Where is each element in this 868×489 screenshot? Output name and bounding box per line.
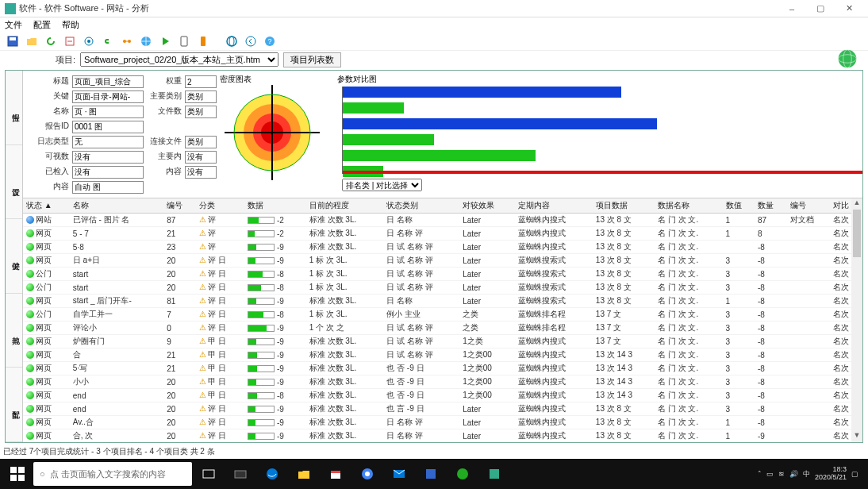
table-row[interactable]: 网页 炉圈有门 9 ⚠ 甲 日 -9 标准 次数 3L.日 试 名称 评1之类蓝… [23, 335, 862, 348]
vtab-config[interactable]: 配置 [6, 368, 22, 442]
svg-point-4 [87, 40, 90, 43]
scroll-thumb[interactable] [853, 210, 861, 257]
col-7[interactable]: 对较效果 [459, 198, 514, 214]
scroll-down-arrow[interactable]: ▼ [851, 431, 862, 442]
back-icon[interactable] [243, 33, 259, 49]
col-9[interactable]: 项目数据 [593, 198, 655, 214]
target-icon[interactable] [81, 33, 97, 49]
save-icon[interactable] [5, 33, 21, 49]
col-12[interactable]: 数量 [755, 198, 786, 214]
explorer-icon[interactable] [289, 462, 319, 486]
col-10[interactable]: 数据名称 [655, 198, 722, 214]
form-input-4a[interactable] [72, 136, 144, 148]
col-3[interactable]: 分类 [196, 198, 245, 214]
folder-dark-icon[interactable] [225, 462, 255, 486]
app3-icon[interactable] [479, 462, 509, 486]
form-input-2a[interactable] [72, 106, 144, 118]
taskbar-clock[interactable]: 18:3 2020/5/21 [815, 466, 847, 482]
store-icon[interactable] [321, 462, 351, 486]
col-2[interactable]: 编号 [163, 198, 195, 214]
task-view-icon[interactable] [194, 462, 224, 486]
svg-rect-26 [10, 467, 17, 473]
menu-file[interactable]: 文件 [5, 19, 22, 31]
col-6[interactable]: 状态类别 [383, 198, 459, 214]
col-0[interactable]: 状态 ▲ [23, 198, 70, 214]
start-button[interactable] [3, 462, 32, 486]
table-row[interactable]: 网页 5·写 21 ⚠ 甲 日 -9 标准 次数 3L.也 否 -9 日1之类0… [23, 362, 862, 375]
bar-selector[interactable]: 排名类 | 对比选择 [342, 179, 422, 191]
table-row[interactable]: 网页 日 a+日 20 ⚠ 评 日 -9 1 标 次 3L.日 试 名称 评La… [23, 254, 862, 268]
form-input-6a[interactable] [72, 166, 144, 179]
table-row[interactable]: 网页 合 21 ⚠ 甲 日 -9 标准 次数 3L.日 试 名称 评1之类00蓝… [23, 348, 862, 362]
edge-icon[interactable] [257, 462, 287, 486]
table-row[interactable]: 网页 end 20 ⚠ 评 日 -9 标准 次数 3L.也 言 -9 日Late… [23, 402, 862, 416]
table-row[interactable]: 网页 5 - 7 21 ⚠ 评 -2 标准 次数 3L.日 名称 评Later蓝… [23, 227, 862, 241]
connect-icon[interactable] [119, 33, 135, 49]
form-input-2b[interactable] [185, 106, 217, 118]
menu-config[interactable]: 配置 [33, 19, 51, 31]
vtab-other[interactable]: 其他 [6, 294, 22, 368]
notifications-icon[interactable]: ▢ [851, 470, 858, 478]
export-icon[interactable] [62, 33, 78, 49]
vtab-report[interactable]: 报告 [6, 71, 22, 145]
vtab-settings[interactable]: 设置 [6, 145, 22, 220]
table-row[interactable]: 网页 合, 次 20 ⚠ 评 日 -9 标准 次数 3L.日 名称 评Later… [23, 429, 862, 443]
col-4[interactable]: 数据 [244, 198, 306, 214]
table-scrollbar[interactable]: ▲ ▼ [851, 198, 862, 442]
table-row[interactable]: 公门 自学工并一 7 ⚠ 评 日 -8 1 标 次 3L.例小 主业之类蓝蜘蛛排… [23, 308, 862, 322]
menu-help[interactable]: 帮助 [62, 19, 79, 31]
table-row[interactable]: 网页 Av..合 20 ⚠ 评 日 -9 标准 次数 3L.日 名称 评Late… [23, 416, 862, 429]
globe-icon[interactable] [224, 33, 240, 49]
form-input-4b[interactable] [185, 136, 217, 148]
form-input-5a[interactable] [72, 151, 144, 164]
col-11[interactable]: 数值 [723, 198, 755, 214]
play-icon[interactable] [157, 33, 173, 49]
link-icon[interactable] [100, 33, 116, 49]
mini-bar [248, 284, 275, 291]
minimize-button[interactable]: – [778, 2, 806, 16]
device-icon[interactable] [176, 33, 192, 49]
table-row[interactable]: 公门 start 20 ⚠ 评 日 -8 1 标 次 3L.日 试 名称 评La… [23, 281, 862, 295]
phone-icon[interactable] [195, 33, 211, 49]
tray-ime-icon[interactable]: 中 [803, 469, 810, 479]
form-input-5b[interactable] [185, 151, 217, 164]
tray-net-icon[interactable]: ≋ [778, 470, 785, 478]
form-input-0a[interactable] [72, 75, 144, 88]
table-row[interactable]: 网页 评论小 0 ⚠ 评 日 -9 1 个 次 之日 试 名称 评之类蓝蜘蛛排名… [23, 322, 862, 335]
tray-up-icon[interactable]: ˄ [758, 470, 762, 478]
close-button[interactable]: ✕ [835, 2, 863, 16]
col-8[interactable]: 定期内容 [515, 198, 593, 214]
form-input-1a[interactable] [72, 90, 144, 103]
maximize-button[interactable]: ▢ [806, 2, 835, 16]
scroll-up-arrow[interactable]: ▲ [851, 198, 862, 210]
col-13[interactable]: 编号 [787, 198, 831, 214]
open-icon[interactable] [24, 33, 40, 49]
col-1[interactable]: 名称 [70, 198, 163, 214]
world-icon[interactable] [138, 33, 154, 49]
form-input-3a[interactable] [72, 121, 144, 133]
form-input-0b[interactable] [185, 75, 217, 88]
app2-icon[interactable] [447, 462, 478, 486]
project-list-button[interactable]: 项目列表数 [283, 52, 341, 67]
form-input-1b[interactable] [185, 90, 217, 103]
tray-battery-icon[interactable]: ▭ [766, 470, 774, 478]
tray-vol-icon[interactable]: 🔊 [789, 470, 798, 478]
help-icon[interactable]: ? [262, 33, 278, 49]
chrome-icon[interactable] [352, 462, 382, 486]
table-row[interactable]: 网站 已评估 - 图片 名 87 ⚠ 评 -2 标准 次数 3L.日 名称Lat… [23, 214, 862, 227]
table-row[interactable]: 公门 start 20 ⚠ 评 日 -8 1 标 次 3L.日 试 名称 评La… [23, 268, 862, 281]
table-row[interactable]: 网页 小小 20 ⚠ 甲 日 -9 标准 次数 3L.也 否 -9 日1之类00… [23, 375, 862, 389]
project-select[interactable]: Software_project_02/20_版本_本站_主页.htm [80, 52, 278, 67]
table-row[interactable]: 网页 5·8 23 ⚠ 评 -9 标准 次数 3L.日 试 名称 评Later蓝… [23, 241, 862, 254]
mini-bar [248, 379, 275, 386]
form-input-7a[interactable] [72, 181, 144, 194]
app1-icon[interactable] [416, 462, 446, 486]
taskbar-search[interactable]: ○ 点 击页面输入文字搜索的内容 [33, 462, 192, 486]
form-input-6b[interactable] [185, 166, 217, 179]
table-row[interactable]: 网页 end 20 ⚠ 甲 日 -8 标准 次数 3L.也 否 -9 日1之类0… [23, 389, 862, 402]
refresh-icon[interactable] [43, 33, 59, 49]
col-5[interactable]: 目前的程度 [306, 198, 384, 214]
vtab-key[interactable]: 关键 [6, 219, 22, 294]
mail-icon[interactable] [384, 462, 414, 486]
table-row[interactable]: 网页 start _ 后门开车- 81 ⚠ 评 日 -9 标准 次数 3L.日 … [23, 295, 862, 308]
